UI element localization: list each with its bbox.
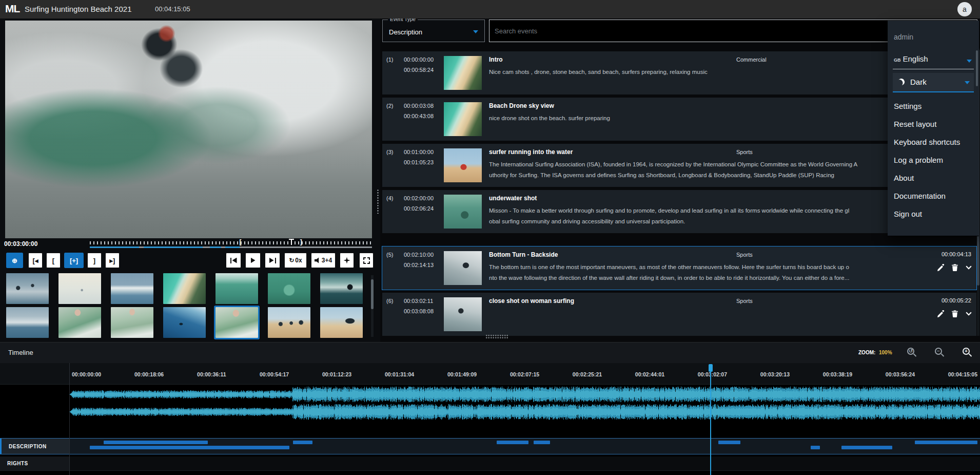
ruler-timecode: 00:03:56:24 — [886, 371, 915, 377]
menu-item-reset-layout[interactable]: Reset layout — [894, 120, 936, 132]
filmstrip-thumbnail[interactable] — [320, 307, 363, 338]
description-segment[interactable] — [104, 441, 208, 444]
track-label-description: DESCRIPTION — [0, 439, 69, 454]
playhead-grip[interactable] — [709, 364, 713, 372]
event-type-dropdown[interactable]: Event Type Description — [382, 20, 485, 42]
app-logo: ML — [5, 3, 19, 15]
event-timecode-out: 00:01:05:23 — [404, 159, 434, 165]
sync-playhead-button[interactable] — [340, 253, 354, 268]
description-segment[interactable] — [811, 446, 820, 449]
vertical-splitter[interactable] — [375, 18, 380, 342]
audio-waveform[interactable] — [69, 386, 980, 421]
event-number: (6) — [386, 298, 393, 304]
description-segment[interactable] — [90, 446, 289, 449]
event-number: (4) — [386, 195, 393, 201]
delete-icon[interactable] — [951, 310, 958, 317]
menu-scrollbar[interactable] — [976, 50, 978, 86]
event-row[interactable]: (5)00:02:10:0000:02:14:13Bottom Turn - B… — [382, 246, 976, 290]
player-playhead-marker[interactable] — [289, 239, 294, 245]
menu-item-about[interactable]: About — [894, 174, 914, 186]
bar-icon — [275, 258, 276, 263]
speed-dial-icon: ↻ — [289, 257, 294, 264]
filmstrip-thumbnail[interactable] — [111, 307, 153, 338]
edit-icon[interactable] — [937, 310, 945, 317]
description-segment[interactable] — [915, 441, 977, 444]
filmstrip-thumbnail[interactable] — [6, 307, 49, 338]
event-timecode-out: 00:03:08:08 — [404, 308, 434, 314]
triangle-left-icon — [232, 258, 237, 263]
zoom-reset-button[interactable]: ↺ — [907, 348, 914, 355]
filmstrip-scrollbar[interactable] — [371, 275, 374, 337]
timeline-ruler[interactable]: 00:00:00:0000:00:18:0600:00:36:1100:00:5… — [0, 363, 980, 385]
event-thumbnail — [444, 297, 482, 331]
description-segment[interactable] — [841, 446, 892, 449]
zoom-out-button[interactable]: − — [935, 348, 942, 355]
ruler-timecode: 00:00:18:06 — [134, 371, 164, 377]
filmstrip-thumbnail[interactable] — [58, 273, 101, 304]
previous-frame-button[interactable] — [226, 253, 241, 268]
audio-tracks-button[interactable]: 3+4 — [311, 253, 336, 268]
event-timecode-out: 00:00:43:08 — [404, 113, 434, 119]
menu-item-log-a-problem[interactable]: Log a problem — [894, 156, 943, 168]
description-segment[interactable] — [718, 441, 740, 444]
filmstrip-thumbnail[interactable] — [320, 273, 363, 304]
edit-icon[interactable] — [937, 264, 945, 271]
event-timecode-in: 00:02:00:00 — [404, 195, 434, 201]
horizontal-splitter-grip[interactable] — [485, 334, 508, 339]
menu-item-documentation[interactable]: Documentation — [894, 192, 946, 204]
filmstrip-thumbnail[interactable] — [215, 307, 258, 338]
filmstrip — [0, 273, 375, 340]
event-category: Sports — [736, 298, 753, 304]
delete-icon[interactable] — [951, 264, 958, 271]
filmstrip-thumbnail[interactable] — [163, 307, 206, 338]
ruler-timecode: 00:00:54:17 — [260, 371, 289, 377]
filmstrip-thumbnail[interactable] — [215, 273, 258, 304]
event-title: Intro — [489, 56, 503, 63]
set-in-button[interactable]: [ — [46, 253, 61, 268]
next-frame-button[interactable] — [265, 253, 280, 268]
event-timecode-out: 00:00:58:24 — [404, 67, 434, 73]
expand-icon[interactable] — [965, 264, 972, 271]
menu-item-sign-out[interactable]: Sign out — [894, 210, 922, 222]
theme-selector[interactable]: Dark — [893, 73, 974, 92]
menu-item-settings[interactable]: Settings — [894, 102, 922, 114]
language-selector[interactable]: GBEnglish — [894, 54, 928, 63]
filmstrip-scroll-thumb[interactable] — [371, 279, 374, 309]
add-in-out-event-button[interactable]: [+] — [64, 253, 84, 268]
expand-icon[interactable] — [965, 310, 972, 317]
filmstrip-thumbnail[interactable] — [58, 307, 101, 338]
ruler-timecode: 00:04:15:05 — [948, 371, 977, 377]
menu-item-keyboard-shortcuts[interactable]: Keyboard shortcuts — [894, 138, 960, 150]
event-title: underwater shot — [489, 195, 537, 202]
description-segment[interactable] — [497, 441, 528, 444]
zoom-value: 100% — [879, 350, 892, 355]
video-surface[interactable] — [5, 21, 372, 238]
event-row[interactable]: (6)00:03:02:1100:03:08:08close shot on w… — [382, 293, 976, 336]
filmstrip-thumbnail[interactable] — [268, 273, 310, 304]
description-segment[interactable] — [293, 441, 313, 444]
go-to-out-button[interactable]: ▸] — [105, 253, 120, 268]
video-player-panel: 00:03:00:00 [] ⊕[◂[[+]]▸]↻ 0x3+4 — [0, 18, 375, 342]
fullscreen-button[interactable] — [359, 253, 374, 268]
set-out-button[interactable]: ] — [87, 253, 102, 268]
divider — [893, 69, 974, 69]
add-event-button[interactable]: ⊕ — [6, 253, 23, 268]
description-line: The bottom turn is one of the most impor… — [489, 262, 951, 273]
user-menu: admin GBEnglish Dark SettingsReset layou… — [888, 21, 979, 236]
filmstrip-thumbnail[interactable] — [6, 273, 49, 304]
sync-star-icon — [344, 257, 350, 264]
user-avatar[interactable]: a — [957, 2, 972, 16]
event-number: (1) — [386, 56, 393, 63]
player-seek-ruler[interactable]: [] — [90, 240, 372, 250]
filmstrip-thumbnail[interactable] — [111, 273, 153, 304]
playback-speed-button[interactable]: ↻ 0x — [284, 253, 307, 268]
seek-loaded-segment — [144, 246, 203, 248]
play-button[interactable] — [245, 253, 261, 268]
zoom-in-button[interactable]: + — [963, 348, 970, 355]
filmstrip-thumbnail[interactable] — [268, 307, 310, 338]
event-timecode-in: 00:00:03:08 — [404, 103, 434, 109]
ruler-timecode: 00:01:31:04 — [385, 371, 414, 377]
filmstrip-thumbnail[interactable] — [163, 273, 206, 304]
description-segment[interactable] — [534, 441, 550, 444]
go-to-in-button[interactable]: [◂ — [28, 253, 43, 268]
